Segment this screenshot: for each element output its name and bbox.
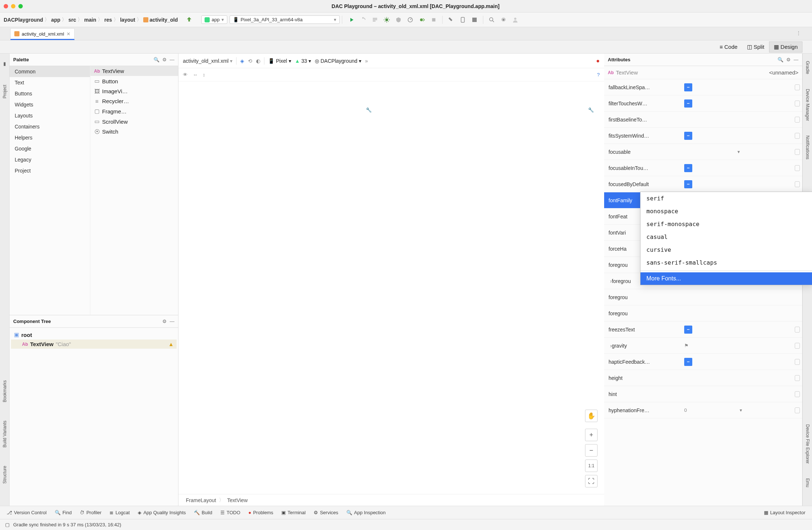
palette-category[interactable]: Project: [10, 165, 90, 176]
device-selector[interactable]: 📱 Pixel_3a_API_33_arm64-v8a ▾: [230, 15, 340, 24]
palette-category[interactable]: Common: [10, 66, 90, 77]
view-design[interactable]: ▦ Design: [769, 41, 802, 52]
attribute-row[interactable]: foregrou: [604, 289, 802, 305]
resource-picker-icon[interactable]: [795, 165, 800, 171]
sync-icon[interactable]: [186, 17, 192, 23]
more-icon[interactable]: ⋮: [796, 30, 801, 36]
resource-picker-icon[interactable]: [795, 149, 800, 155]
crumb[interactable]: activity_old: [149, 17, 178, 23]
bottom-logcat[interactable]: ≣ Logcat: [109, 510, 130, 515]
resource-picker-icon[interactable]: [795, 359, 800, 365]
minimize-icon[interactable]: —: [170, 57, 174, 62]
gutter-notifications[interactable]: Notifications: [805, 135, 810, 159]
error-icon[interactable]: ●: [596, 58, 600, 64]
bottom-todo[interactable]: ☰ TODO: [220, 510, 240, 515]
attribute-row[interactable]: focusableInTou…−: [604, 160, 802, 176]
canvas[interactable]: 🔧 🔧 ✋ + − 1:1 ⛶: [178, 81, 604, 494]
bottom-build[interactable]: 🔨 Build: [194, 510, 212, 515]
attribute-row[interactable]: focusable▾: [604, 144, 802, 160]
close-window-icon[interactable]: [4, 4, 8, 8]
crumb[interactable]: main: [84, 17, 96, 23]
run-icon[interactable]: [348, 17, 355, 23]
bottom-services[interactable]: ⚙ Services: [314, 510, 338, 515]
chevron-down-icon[interactable]: ▾: [737, 149, 740, 155]
more-icon[interactable]: »: [365, 58, 368, 64]
minimize-icon[interactable]: —: [794, 57, 798, 62]
gear-icon[interactable]: ⚙: [162, 319, 167, 324]
gear-icon[interactable]: [500, 17, 507, 23]
bottom-quality[interactable]: ◈ App Quality Insights: [138, 510, 186, 515]
palette-category[interactable]: Layouts: [10, 110, 90, 121]
resource-picker-icon[interactable]: [795, 117, 800, 123]
palette-category[interactable]: Widgets: [10, 99, 90, 110]
attribute-row[interactable]: hint: [604, 386, 802, 402]
attribute-row[interactable]: hyphenationFre…0▾: [604, 402, 802, 418]
status-icon[interactable]: ▢: [5, 522, 10, 527]
stop-icon[interactable]: [430, 17, 437, 23]
attribute-row[interactable]: fallbackLineSpa…−: [604, 79, 802, 95]
palette-item[interactable]: ▭Button: [90, 76, 178, 86]
breadcrumb[interactable]: DACPlayground〉 app〉 src〉 main〉 res〉 layo…: [4, 17, 178, 23]
minus-icon[interactable]: −: [684, 132, 692, 140]
palette-item[interactable]: ▢Fragme…: [90, 106, 178, 116]
device-manager-icon[interactable]: [459, 17, 466, 23]
dd-option[interactable]: serif-monospace: [640, 218, 812, 230]
gutter-gradle[interactable]: Gradle: [805, 61, 810, 74]
wrench-icon[interactable]: 🔧: [366, 107, 372, 113]
attribute-row[interactable]: ›gravity⚑: [604, 338, 802, 354]
theme-icon[interactable]: ◐: [256, 58, 260, 64]
close-icon[interactable]: ✕: [66, 31, 71, 37]
profile-icon[interactable]: [407, 17, 414, 23]
dd-option[interactable]: casual: [640, 230, 812, 243]
dd-more-fonts[interactable]: More Fonts...: [640, 272, 812, 285]
tree-child[interactable]: Ab TextView "Ciao" ▲: [11, 340, 177, 349]
gutter-bookmarks[interactable]: Bookmarks: [2, 380, 7, 402]
attribute-row[interactable]: filterTouchesW…−: [604, 95, 802, 112]
palette-item[interactable]: ⦿Switch: [90, 127, 178, 137]
minus-icon[interactable]: −: [684, 99, 692, 108]
palette-item[interactable]: ▭ScrollView: [90, 116, 178, 127]
bottom-inspection[interactable]: 🔍 App Inspection: [346, 510, 386, 515]
zoom-out-button[interactable]: −: [585, 444, 598, 457]
api-select[interactable]: ▲ 33 ▾: [295, 58, 311, 64]
bottom-version-control[interactable]: ⎇ Version Control: [7, 510, 47, 515]
run-config-selector[interactable]: app ▾: [201, 15, 227, 24]
resource-picker-icon[interactable]: [795, 84, 800, 90]
resource-picker-icon[interactable]: [795, 181, 800, 187]
attribute-row[interactable]: focusedByDefault−: [604, 176, 802, 192]
palette-category[interactable]: Buttons: [10, 88, 90, 99]
warning-icon[interactable]: ▲: [168, 341, 174, 347]
file-tab[interactable]: activity_old_xml.xml ✕: [10, 28, 75, 40]
chevron-right-icon[interactable]: ›: [609, 343, 612, 349]
search-icon[interactable]: 🔍: [777, 57, 783, 62]
minus-icon[interactable]: −: [684, 180, 692, 188]
zoom-in-button[interactable]: +: [585, 429, 598, 441]
sdk-manager-icon[interactable]: [471, 17, 478, 23]
help-icon[interactable]: ?: [597, 72, 600, 77]
palette-item[interactable]: 🖼ImageVi…: [90, 86, 178, 96]
variant-select[interactable]: ◎ DACPlayground ▾: [315, 58, 361, 64]
minus-icon[interactable]: −: [684, 358, 692, 366]
surface-icon[interactable]: ◈: [240, 58, 244, 64]
dd-option[interactable]: monospace: [640, 205, 812, 218]
view-split[interactable]: ◫ Split: [742, 41, 769, 52]
palette-item[interactable]: AbTextView: [90, 66, 178, 76]
palette-category[interactable]: Containers: [10, 121, 90, 132]
resource-picker-icon[interactable]: [795, 327, 800, 333]
chevron-right-icon[interactable]: ›: [609, 278, 612, 284]
palette-category[interactable]: Google: [10, 143, 90, 154]
coverage-icon[interactable]: [395, 17, 402, 23]
gutter-emulator[interactable]: Emu: [805, 478, 810, 487]
font-family-dropdown[interactable]: serif monospace serif-monospace casual c…: [640, 192, 812, 285]
folder-icon[interactable]: ▮: [3, 61, 6, 66]
minus-icon[interactable]: −: [684, 83, 692, 91]
gutter-device-file-explorer[interactable]: Device File Explorer: [805, 424, 810, 464]
git-icon[interactable]: [448, 17, 454, 23]
attribute-row[interactable]: fitsSystemWind…−: [604, 128, 802, 144]
view-code[interactable]: ≡ Code: [715, 41, 742, 52]
palette-category[interactable]: Helpers: [10, 132, 90, 143]
crumb[interactable]: DACPlayground: [4, 17, 43, 23]
bottom-find[interactable]: 🔍 Find: [55, 510, 72, 515]
chevron-down-icon[interactable]: ▾: [740, 407, 742, 413]
dd-option[interactable]: cursive: [640, 243, 812, 256]
